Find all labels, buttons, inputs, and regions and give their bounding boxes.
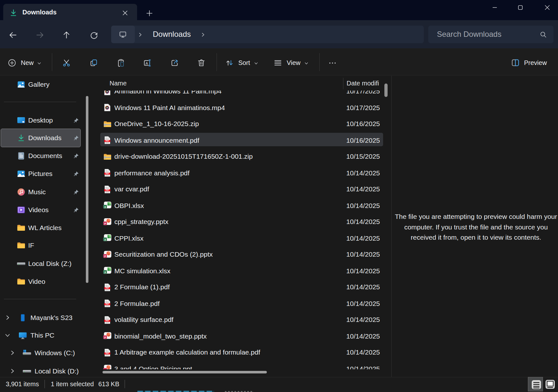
svg-text:PDF: PDF [105,287,109,289]
svg-text:P: P [104,369,106,369]
svg-text:P: P [104,222,106,225]
svg-text:X: X [104,271,106,274]
svg-text:X: X [104,205,106,209]
svg-text:P: P [104,255,106,258]
svg-text:A: A [145,61,148,66]
svg-text:PDF: PDF [105,172,109,174]
svg-text:PDF: PDF [105,352,109,354]
svg-text:P: P [104,336,106,339]
svg-text:PDF: PDF [105,189,109,191]
svg-text:PDF: PDF [105,140,109,142]
svg-text:PDF: PDF [105,303,109,305]
svg-text:PDF: PDF [105,320,109,322]
svg-text:X: X [104,238,106,241]
